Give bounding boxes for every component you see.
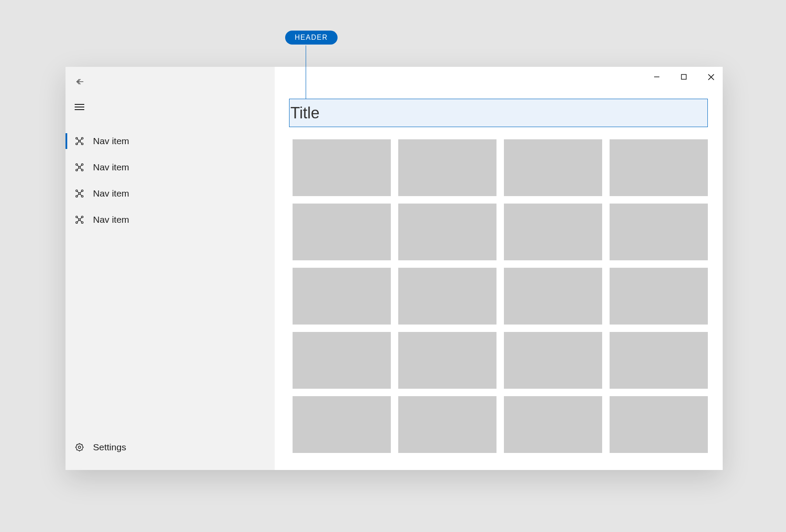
nav-item-icon bbox=[75, 215, 84, 225]
hamburger-line-icon bbox=[75, 104, 84, 105]
nav-item-icon bbox=[75, 136, 84, 146]
grid-tile[interactable] bbox=[293, 332, 391, 389]
grid-tile[interactable] bbox=[610, 332, 708, 389]
svg-line-34 bbox=[77, 220, 79, 222]
svg-line-16 bbox=[77, 168, 79, 169]
svg-line-26 bbox=[80, 194, 82, 196]
main-content: Title bbox=[275, 67, 723, 470]
nav-item-0[interactable]: Nav item bbox=[66, 128, 275, 154]
grid-tile[interactable] bbox=[398, 332, 496, 389]
nav-item-3[interactable]: Nav item bbox=[66, 207, 275, 233]
nav-item-label: Nav item bbox=[93, 188, 129, 199]
navigation-sidebar: Nav item Nav item Nav item bbox=[66, 67, 275, 470]
grid-tile[interactable] bbox=[504, 204, 602, 260]
content-grid bbox=[293, 139, 708, 453]
grid-tile[interactable] bbox=[610, 396, 708, 453]
minimize-icon bbox=[654, 74, 660, 80]
back-button[interactable] bbox=[75, 76, 85, 87]
grid-tile[interactable] bbox=[610, 268, 708, 325]
svg-line-17 bbox=[80, 168, 82, 169]
grid-tile[interactable] bbox=[398, 139, 496, 196]
svg-line-23 bbox=[77, 191, 79, 193]
settings-button[interactable]: Settings bbox=[66, 437, 275, 458]
settings-label: Settings bbox=[93, 442, 126, 453]
sidebar-footer: Settings bbox=[66, 437, 275, 458]
close-button[interactable] bbox=[707, 73, 715, 81]
maximize-icon bbox=[681, 74, 687, 80]
page-title: Title bbox=[290, 104, 320, 122]
svg-point-36 bbox=[78, 446, 81, 449]
window-controls bbox=[653, 73, 715, 81]
grid-tile[interactable] bbox=[398, 396, 496, 453]
svg-line-35 bbox=[80, 220, 82, 222]
svg-rect-39 bbox=[682, 75, 686, 79]
grid-tile[interactable] bbox=[293, 204, 391, 260]
gear-icon bbox=[75, 442, 84, 452]
hamburger-line-icon bbox=[75, 107, 84, 107]
svg-line-25 bbox=[77, 194, 79, 196]
nav-list: Nav item Nav item Nav item bbox=[66, 128, 275, 233]
minimize-button[interactable] bbox=[653, 73, 661, 81]
close-icon bbox=[708, 74, 714, 80]
svg-line-33 bbox=[80, 218, 82, 219]
nav-item-icon bbox=[75, 162, 84, 172]
grid-tile[interactable] bbox=[504, 268, 602, 325]
grid-tile[interactable] bbox=[293, 139, 391, 196]
maximize-button[interactable] bbox=[680, 73, 688, 81]
nav-item-icon bbox=[75, 189, 84, 198]
back-arrow-icon bbox=[75, 77, 85, 86]
grid-tile[interactable] bbox=[398, 204, 496, 260]
svg-line-8 bbox=[80, 142, 82, 143]
grid-tile[interactable] bbox=[504, 139, 602, 196]
grid-tile[interactable] bbox=[293, 396, 391, 453]
grid-tile[interactable] bbox=[610, 139, 708, 196]
svg-line-5 bbox=[77, 139, 79, 141]
grid-tile[interactable] bbox=[610, 204, 708, 260]
svg-point-37 bbox=[76, 444, 83, 451]
hamburger-line-icon bbox=[75, 109, 84, 110]
page-header: Title bbox=[289, 99, 708, 127]
grid-tile[interactable] bbox=[504, 332, 602, 389]
nav-item-label: Nav item bbox=[93, 162, 129, 173]
svg-line-14 bbox=[77, 165, 79, 167]
nav-item-2[interactable]: Nav item bbox=[66, 180, 275, 207]
svg-line-6 bbox=[80, 139, 82, 141]
app-window: Nav item Nav item Nav item bbox=[66, 67, 723, 470]
nav-item-label: Nav item bbox=[93, 136, 129, 146]
annotation-badge: HEADER bbox=[285, 31, 338, 45]
grid-tile[interactable] bbox=[293, 268, 391, 325]
grid-tile[interactable] bbox=[398, 268, 496, 325]
svg-line-24 bbox=[80, 191, 82, 193]
svg-line-15 bbox=[80, 165, 82, 167]
svg-line-7 bbox=[77, 142, 79, 143]
annotation-connector-line bbox=[306, 45, 306, 99]
svg-line-32 bbox=[77, 218, 79, 219]
grid-tile[interactable] bbox=[504, 396, 602, 453]
hamburger-menu-button[interactable] bbox=[75, 102, 85, 112]
nav-item-label: Nav item bbox=[93, 214, 129, 225]
nav-item-1[interactable]: Nav item bbox=[66, 154, 275, 180]
